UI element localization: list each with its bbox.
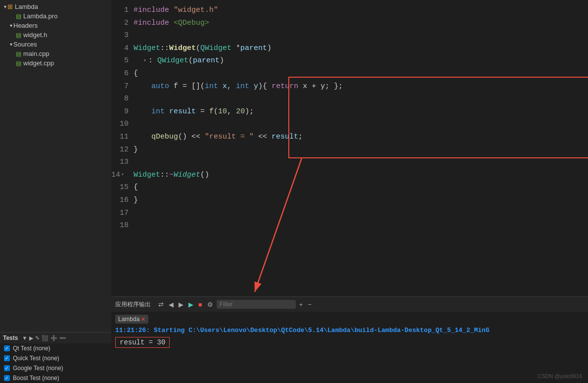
qwidget-type: QWidget	[200, 42, 231, 55]
punct-14b: ()	[200, 169, 209, 182]
space-7b: x + y; };	[298, 80, 343, 93]
result-var: result	[169, 105, 196, 118]
tests-filter-icon[interactable]: ▼	[22, 335, 27, 341]
output-title: 应用程序输出	[115, 300, 151, 309]
tests-stop-icon[interactable]: ⬛	[42, 335, 48, 341]
qdebug-fn: qDebug	[151, 131, 178, 144]
close-icon[interactable]: ✕	[141, 316, 145, 323]
main-cpp-label: main.cpp	[23, 50, 49, 57]
ln-8: 8	[111, 93, 129, 105]
output-btn-next[interactable]: ▶	[177, 300, 185, 309]
headers-folder[interactable]: ▾ Headers	[0, 21, 111, 30]
output-result-row: result = 30	[111, 336, 588, 349]
space-9	[165, 105, 169, 118]
code-line-5: ▾ : QWidget(parent)	[134, 54, 588, 67]
output-btn-plus[interactable]: +	[298, 300, 305, 309]
include-str-2: <QDebug>	[174, 17, 209, 30]
ln-9: 9	[111, 105, 129, 118]
code-line-15: {	[134, 181, 588, 194]
test-google-label: Google Test (none)	[13, 365, 63, 372]
test-quick-label: Quick Test (none)	[13, 355, 59, 362]
ln-4: 4	[111, 42, 129, 55]
ln-1: 1	[111, 4, 129, 17]
include-str-1: "widget.h"	[174, 4, 218, 17]
test-google[interactable]: ✓ Google Test (none)	[0, 363, 111, 373]
output-toolbar: 应用程序输出 ⇄ ◀ ▶ ▶ ■ ⚙ + −	[111, 297, 588, 312]
ln-3: 3	[111, 29, 129, 42]
widget-h-label: widget.h	[23, 31, 47, 39]
output-btn-prev[interactable]: ◀	[167, 300, 175, 309]
include-kw-2: #include	[134, 17, 174, 30]
param-x: x,	[218, 80, 236, 93]
sources-arrow: ▾	[10, 42, 12, 47]
punct-4: )	[267, 42, 271, 55]
code-line-3	[134, 29, 588, 42]
class-widget: Widget	[134, 42, 160, 55]
test-boost-checkbox[interactable]: ✓	[4, 375, 10, 381]
brace-open-2: {	[134, 181, 138, 194]
punct-9b: );	[245, 105, 254, 118]
tests-remove-icon[interactable]: ➖	[59, 335, 66, 341]
tests-add-icon[interactable]: ➕	[50, 335, 57, 341]
include-kw-1: #include	[134, 4, 174, 17]
pro-file[interactable]: ▤ Lambda.pro	[0, 11, 111, 21]
qwidget-init: QWidget	[157, 54, 188, 67]
result-text: result = 30	[120, 338, 165, 346]
sources-folder[interactable]: ▾ Sources	[0, 40, 111, 49]
result-box: result = 30	[115, 337, 170, 348]
code-line-6: {	[134, 67, 588, 80]
filter-input[interactable]	[217, 300, 296, 309]
ln-16: 16	[111, 194, 129, 207]
tests-run-icon[interactable]: ▶	[29, 335, 33, 341]
num-10: 10	[218, 105, 227, 118]
code-line-18	[134, 219, 588, 232]
test-google-checkbox[interactable]: ✓	[4, 365, 10, 371]
widget-h-file[interactable]: ▤ widget.h	[0, 30, 111, 40]
output-tab-lambda[interactable]: Lambda ✕	[115, 315, 148, 324]
code-line-2: #include <QDebug>	[134, 17, 588, 30]
output-btn-run[interactable]: ▶	[187, 300, 195, 309]
tilde: ~	[169, 169, 174, 182]
code-line-7: auto f = [](int x, int y){ return x + y;…	[134, 80, 588, 93]
ln-13: 13	[111, 156, 129, 169]
indent-11	[134, 131, 151, 144]
output-content: Lambda ✕ 11:21:26: Starting C:\Users\Len…	[111, 312, 588, 383]
project-icon: ⊞	[7, 3, 13, 10]
punct-5: (	[188, 54, 193, 67]
brace-close-1: }	[134, 144, 138, 156]
punct-7a: ){	[258, 80, 271, 93]
punct-2: (	[196, 42, 200, 55]
test-quick-checkbox[interactable]: ✓	[4, 355, 10, 361]
test-qt-checkbox[interactable]: ✓	[4, 345, 10, 351]
ln-5: 5	[111, 54, 129, 67]
result-str: "result = "	[205, 131, 254, 144]
test-quick[interactable]: ✓ Quick Test (none)	[0, 353, 111, 363]
tests-panel: Tests ▼ ▶ ✎ ⬛ ➕ ➖ ✓ Qt Test (none) ✓ Qui…	[0, 332, 111, 383]
int-kw-7a: int	[205, 80, 218, 93]
code-editor[interactable]: 1 2 3 4 5 6 7 8 9 10 11 12 13 14 ▾ 15 16	[111, 0, 588, 296]
project-root[interactable]: ▾ ⊞ Lambda	[0, 2, 111, 11]
sources-label: Sources	[13, 41, 37, 48]
output-btn-settings[interactable]: ⚙	[206, 300, 215, 309]
cpp-icon-2: ▤	[16, 60, 21, 67]
brace-close-2: }	[134, 194, 138, 207]
output-btn-minus[interactable]: −	[306, 300, 313, 309]
widget-cpp-file[interactable]: ▤ widget.cpp	[0, 58, 111, 68]
code-line-8	[134, 93, 588, 105]
code-text[interactable]: #include "widget.h" #include <QDebug> Wi…	[134, 4, 588, 232]
code-line-17	[134, 207, 588, 220]
result-var-2: result	[271, 131, 298, 144]
test-boost[interactable]: ✓ Boost Test (none)	[0, 373, 111, 383]
main-cpp-file[interactable]: ▤ main.cpp	[0, 49, 111, 58]
output-btn-1[interactable]: ⇄	[157, 300, 165, 309]
int-kw-9: int	[151, 105, 165, 118]
output-btn-stop[interactable]: ■	[197, 300, 204, 309]
code-line-14: Widget::~Widget()	[134, 169, 588, 182]
output-path-span: 11:21:26: Starting C:\Users\Lenovo\Deskt…	[115, 327, 490, 334]
expand-arrow: ▾	[4, 4, 6, 9]
test-qt[interactable]: ✓ Qt Test (none)	[0, 343, 111, 353]
code-line-12: }	[134, 144, 588, 156]
tests-edit-icon[interactable]: ✎	[35, 335, 40, 341]
code-line-16: }	[134, 194, 588, 207]
ln-15: 15	[111, 181, 129, 194]
